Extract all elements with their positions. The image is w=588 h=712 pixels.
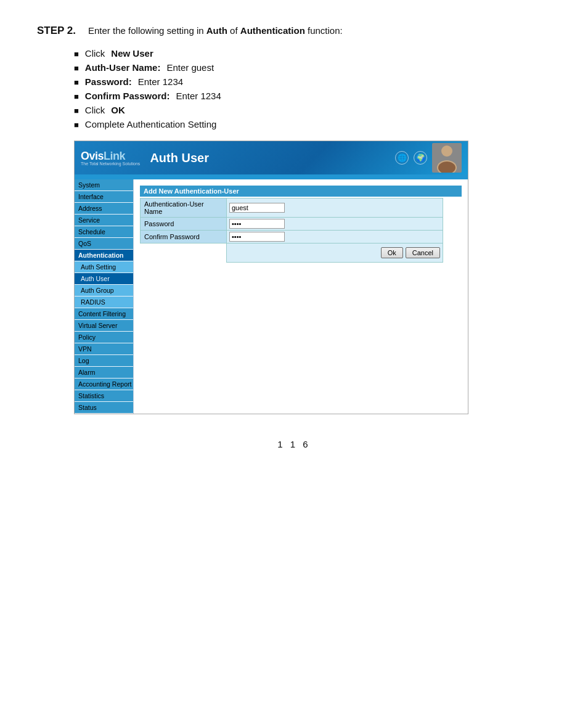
ok-button[interactable]: Ok xyxy=(381,247,403,258)
sidebar-item-service[interactable]: Service xyxy=(75,215,133,226)
confirm-password-field-cell xyxy=(227,231,443,243)
bullet-2: Auth-User Name: Enter guest xyxy=(74,62,551,73)
form-section-title: Add New Authentication-User xyxy=(140,186,462,197)
username-field-cell xyxy=(227,198,443,218)
sidebar-item-alarm[interactable]: Alarm xyxy=(75,367,133,378)
bullet-4: Confirm Password: Enter 1234 xyxy=(74,91,551,101)
bullet-6: Complete Authentication Setting xyxy=(74,119,551,129)
page-number: 1 1 6 xyxy=(37,439,551,449)
sidebar-item-content-filtering[interactable]: Content Filtering xyxy=(75,308,133,319)
bullet-1: Click New User xyxy=(74,48,551,59)
main-content: Add New Authentication-User Authenticati… xyxy=(134,179,468,414)
username-input[interactable] xyxy=(229,203,285,213)
sidebar-item-auth-setting[interactable]: Auth Setting xyxy=(75,261,133,272)
sidebar-item-status[interactable]: Status xyxy=(75,402,133,413)
confirm-password-input[interactable] xyxy=(229,232,285,242)
instruction-list: Click New User Auth-User Name: Enter gue… xyxy=(74,48,551,129)
globe-icon-1[interactable]: 🌐 xyxy=(395,151,409,165)
sidebar-item-authentication[interactable]: Authentication xyxy=(75,250,133,261)
sidebar-item-statistics[interactable]: Statistics xyxy=(75,390,133,401)
sidebar-item-interface[interactable]: Interface xyxy=(75,191,133,202)
form-row-buttons: Ok Cancel xyxy=(141,243,462,263)
password-field-cell xyxy=(227,218,443,231)
cancel-button[interactable]: Cancel xyxy=(406,247,440,258)
sidebar: System Interface Address Service Schedul… xyxy=(75,179,134,414)
header-icons: 🌐 🌍 xyxy=(395,143,462,173)
form-row-username: Authentication-User Name xyxy=(141,198,462,218)
password-input[interactable] xyxy=(229,219,285,229)
svg-point-0 xyxy=(441,145,452,157)
router-subheader xyxy=(75,174,468,179)
username-label: Authentication-User Name xyxy=(141,198,227,218)
sidebar-item-auth-user[interactable]: Auth User xyxy=(75,273,133,284)
password-label: Password xyxy=(141,218,227,231)
brand-block: OvisLink The Total Networking Solutions xyxy=(81,150,140,166)
step-header: STEP 2. Enter the following setting in A… xyxy=(37,25,551,37)
sidebar-item-accounting-report[interactable]: Accounting Report xyxy=(75,379,133,390)
step-description: Enter the following setting in Auth of A… xyxy=(88,25,343,36)
confirm-password-label: Confirm Password xyxy=(141,231,227,243)
header-photo xyxy=(432,143,462,173)
brand-name: OvisLink xyxy=(81,150,140,162)
sidebar-item-system[interactable]: System xyxy=(75,179,133,190)
router-header: OvisLink The Total Networking Solutions … xyxy=(75,141,468,174)
brand-tagline: The Total Networking Solutions xyxy=(81,162,140,166)
brand-ovis: Ovis xyxy=(81,150,104,162)
sidebar-item-log[interactable]: Log xyxy=(75,355,133,366)
person-silhouette xyxy=(435,143,459,173)
sidebar-item-policy[interactable]: Policy xyxy=(75,332,133,343)
brand-link: Link xyxy=(104,150,125,162)
sidebar-item-schedule[interactable]: Schedule xyxy=(75,226,133,237)
globe-icon-2[interactable]: 🌍 xyxy=(414,151,427,165)
bullet-3: Password: Enter 1234 xyxy=(74,76,551,87)
sidebar-item-address[interactable]: Address xyxy=(75,203,133,214)
sidebar-item-vpn[interactable]: VPN xyxy=(75,343,133,354)
form-row-password: Password xyxy=(141,218,462,231)
sidebar-item-qos[interactable]: QoS xyxy=(75,238,133,249)
buttons-cell: Ok Cancel xyxy=(227,243,443,263)
form-table: Authentication-User Name Password Confir… xyxy=(140,198,462,263)
router-body: System Interface Address Service Schedul… xyxy=(75,179,468,414)
page-title: Auth User xyxy=(150,151,395,165)
sidebar-item-radius[interactable]: RADIUS xyxy=(75,297,133,308)
form-row-confirm-password: Confirm Password xyxy=(141,231,462,243)
sidebar-item-virtual-server[interactable]: Virtual Server xyxy=(75,320,133,331)
router-ui: OvisLink The Total Networking Solutions … xyxy=(74,141,468,414)
step-label: STEP 2. xyxy=(37,25,76,37)
form-buttons: Ok Cancel xyxy=(229,245,440,261)
bullet-5: Click OK xyxy=(74,105,551,115)
sidebar-item-auth-group[interactable]: Auth Group xyxy=(75,285,133,296)
